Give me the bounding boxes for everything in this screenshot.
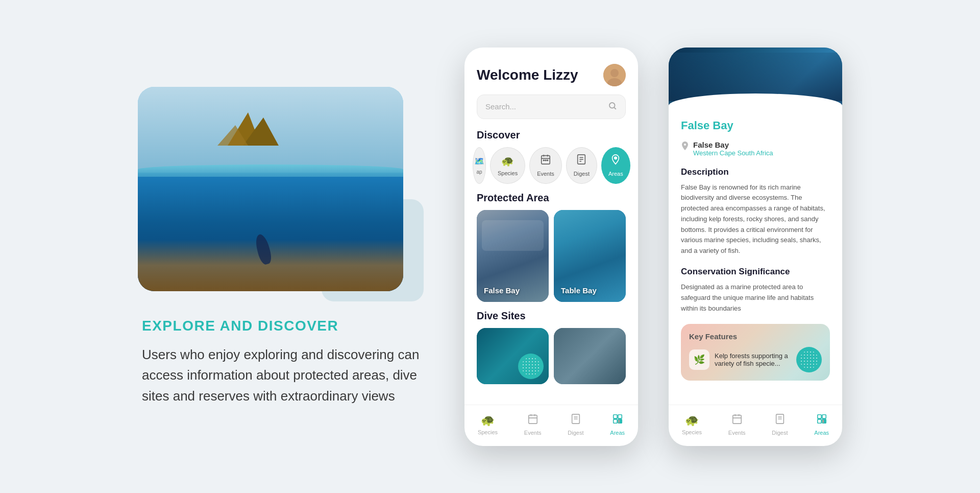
svg-point-19 [615, 157, 617, 159]
svg-point-13 [545, 160, 546, 161]
nav-right-events-label: Events [728, 430, 746, 436]
nav-digest-label: Digest [568, 430, 583, 436]
underwater-background [138, 177, 403, 291]
coral-floor [138, 240, 403, 291]
areas-icon [610, 154, 621, 168]
tab-digest[interactable]: Digest [566, 147, 597, 184]
nav-digest-icon [570, 413, 581, 428]
tab-map-label: ap [476, 169, 482, 175]
feature-text: Kelp forests supporting a variety of fis… [715, 352, 791, 367]
key-features-card: Key Features 🌿 Kelp forests supporting a… [681, 324, 830, 381]
discover-tabs: 🗺️ ap 🐢 Species [464, 147, 638, 192]
tab-digest-label: Digest [574, 171, 590, 177]
search-bar[interactable]: Search... [477, 95, 626, 119]
location-name: False Bay [693, 140, 773, 149]
nav-events-label: Events [524, 430, 542, 436]
hero-image-container [138, 87, 424, 301]
feature-teal-circle [796, 347, 822, 372]
description-title: Description [681, 167, 830, 177]
events-icon [540, 154, 551, 168]
nav-digest[interactable]: Digest [568, 413, 583, 436]
nav-areas-label: Areas [610, 430, 625, 436]
teal-circle-1 [518, 354, 544, 379]
svg-rect-40 [817, 414, 821, 418]
bottom-nav-middle: 🐢 Species Events [464, 405, 638, 446]
text-content: EXPLORE AND DISCOVER Users who enjoy exp… [138, 318, 434, 406]
svg-rect-29 [613, 419, 617, 422]
nav-right-digest[interactable]: Digest [772, 413, 788, 436]
detail-hero-image [669, 48, 842, 109]
dive-card-2[interactable] [554, 328, 626, 384]
nav-species-icon: 🐢 [481, 414, 495, 427]
dive-cards [477, 328, 626, 384]
protected-cards: False Bay Table Bay [477, 210, 626, 302]
nav-events-icon [527, 413, 538, 428]
phone-header: Welcome Lizzy [464, 48, 638, 95]
nav-right-species[interactable]: 🐢 Species [682, 414, 702, 435]
nav-species-label: Species [478, 429, 498, 435]
nav-events[interactable]: Events [524, 413, 542, 436]
nav-areas-icon [612, 413, 623, 428]
location-sub: Western Cape South Africa [693, 149, 773, 157]
underwater-scene [138, 87, 403, 291]
explore-body: Users who enjoy exploring and discoverin… [142, 344, 428, 406]
hero-image-card [138, 87, 403, 291]
tab-species-label: Species [498, 170, 518, 176]
tab-species[interactable]: 🐢 Species [490, 147, 525, 184]
svg-point-4 [610, 69, 619, 77]
tab-areas-label: Areas [608, 171, 623, 177]
nav-right-digest-icon [774, 413, 786, 428]
false-bay-card[interactable]: False Bay [477, 210, 549, 302]
tab-map-partial[interactable]: 🗺️ ap [473, 147, 486, 184]
digest-icon [576, 154, 587, 168]
protected-area-section: Protected Area False Bay Table Bay [464, 192, 638, 310]
tab-areas[interactable]: Areas [601, 147, 630, 184]
map-icon: 🗺️ [474, 156, 484, 166]
nav-areas[interactable]: Areas [610, 413, 625, 436]
explore-title: EXPLORE AND DISCOVER [142, 318, 434, 334]
svg-rect-27 [613, 414, 617, 418]
conservation-body: Designated as a marine protected area to… [681, 282, 830, 314]
discover-label: Discover [464, 129, 638, 147]
middle-phone: Welcome Lizzy Search... Discover [464, 48, 638, 446]
nav-right-areas-label: Areas [814, 430, 829, 436]
dots-pattern-1 [522, 357, 540, 375]
location-row: False Bay Western Cape South Africa [681, 140, 830, 157]
svg-point-6 [609, 103, 615, 108]
search-icon [608, 101, 617, 112]
left-section: EXPLORE AND DISCOVER Users who enjoy exp… [138, 87, 434, 406]
svg-rect-33 [732, 415, 741, 424]
welcome-text: Welcome Lizzy [477, 67, 578, 83]
svg-point-12 [543, 160, 544, 161]
nav-right-species-icon: 🐢 [685, 414, 699, 427]
tab-events[interactable]: Events [529, 147, 562, 184]
nav-right-areas[interactable]: Areas [814, 413, 829, 436]
svg-rect-28 [618, 414, 622, 418]
svg-point-32 [684, 144, 686, 146]
nav-right-digest-label: Digest [772, 430, 788, 436]
protected-area-label: Protected Area [477, 192, 626, 210]
nav-right-events[interactable]: Events [728, 413, 746, 436]
bottom-nav-right: 🐢 Species Events [669, 405, 842, 446]
right-phone: False Bay False Bay Western Cape South A… [669, 48, 842, 446]
species-icon: 🐢 [501, 155, 514, 167]
search-placeholder: Search... [485, 102, 516, 111]
tab-events-label: Events [537, 171, 554, 177]
svg-rect-31 [620, 419, 622, 422]
conservation-title: Conservation Significance [681, 267, 830, 277]
svg-rect-20 [528, 415, 537, 424]
nav-species[interactable]: 🐢 Species [478, 414, 498, 435]
description-body: False Bay is renowned for its rich marin… [681, 182, 830, 257]
table-bay-label: Table Bay [561, 286, 597, 295]
nav-right-species-label: Species [682, 429, 702, 435]
svg-rect-42 [817, 419, 821, 422]
svg-point-14 [547, 160, 548, 161]
dive-sites-section: Dive Sites [464, 310, 638, 392]
detail-content: False Bay False Bay Western Cape South A… [669, 109, 842, 405]
avatar [603, 64, 626, 86]
kelp-icon: 🌿 [689, 349, 709, 370]
table-bay-card[interactable]: Table Bay [554, 210, 626, 302]
dive-card-1[interactable] [477, 328, 549, 384]
nav-right-areas-icon [816, 413, 827, 428]
svg-rect-44 [824, 419, 826, 422]
